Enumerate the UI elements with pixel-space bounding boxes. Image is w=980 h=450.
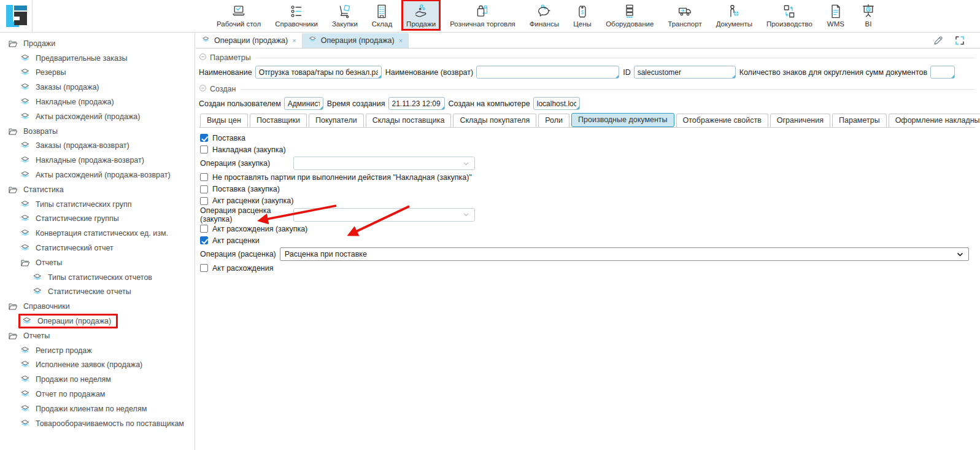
document-tab[interactable]: Операции (продажа)×	[196, 33, 303, 48]
sidebar-folder[interactable]: Возвраты	[0, 124, 195, 139]
fullscreen-icon[interactable]	[954, 35, 965, 48]
toolbar-item-bi[interactable]: BI	[856, 1, 881, 29]
sidebar-item[interactable]: Статистические группы	[0, 212, 195, 227]
toolbar-item-wms[interactable]: WMS	[824, 1, 848, 29]
wms-doc-icon	[827, 3, 845, 20]
document-tab[interactable]: Операция (продажа)×	[303, 33, 409, 48]
app-logo	[6, 5, 27, 27]
sidebar-item[interactable]: Статистические отчеты	[0, 285, 195, 300]
checkbox[interactable]	[200, 197, 208, 205]
subtab-item[interactable]: Поставщики	[250, 114, 307, 127]
subtab-item[interactable]: Виды цен	[200, 114, 248, 127]
checkbox[interactable]	[200, 145, 208, 153]
edit-pencil-icon[interactable]	[933, 35, 944, 48]
sidebar-item[interactable]: Резервы	[0, 66, 195, 80]
sidebar-item[interactable]: Заказы (продажа-возврат)	[0, 139, 195, 153]
checkbox-row: Не проставлять партии при выполнении дей…	[200, 171, 971, 183]
topbar-divider	[32, 0, 33, 33]
subtab-item[interactable]: Склады покупателя	[453, 114, 536, 127]
layers-icon	[20, 141, 31, 150]
sidebar-item[interactable]: Накладные (продажа-возврат)	[0, 153, 195, 168]
created-user-input[interactable]	[284, 97, 323, 110]
toolbar-item-documents[interactable]: Документы	[713, 1, 755, 29]
id-input[interactable]	[634, 66, 736, 79]
production-icon	[780, 3, 798, 20]
sidebar-item[interactable]: Товарооборачиваемость по поставщикам	[0, 416, 195, 431]
toolbar-item-production[interactable]: Производство	[763, 1, 816, 29]
toolbar-item-warehouse[interactable]: Склад	[369, 1, 395, 29]
sidebar-item[interactable]: Регистр продаж	[0, 343, 195, 358]
created-computer-input[interactable]	[533, 97, 580, 110]
sidebar-item[interactable]: Исполнение заявок (продажа)	[0, 358, 195, 373]
toolbar-item-transport[interactable]: Транспорт	[665, 1, 704, 29]
dropdown-select[interactable]	[293, 208, 475, 222]
checkbox-row: Поставка	[200, 132, 971, 144]
sidebar-item[interactable]: Накладные (продажа)	[0, 95, 195, 109]
subtab-item[interactable]: Отображение свойств	[676, 114, 768, 127]
sidebar-folder[interactable]: Справочники	[0, 299, 195, 314]
checkbox[interactable]	[200, 134, 208, 142]
name-input[interactable]	[255, 66, 382, 79]
layers-icon	[20, 170, 31, 180]
chevron-light-icon	[462, 211, 470, 219]
dropdown-value: Расценка при поставке	[285, 250, 367, 258]
created-computer-label: Создан на компьютере	[449, 99, 530, 108]
chevron-dark-icon	[956, 250, 964, 258]
sidebar-folder[interactable]: Продажи	[0, 36, 195, 51]
subtab-item[interactable]: Оформление накладных	[889, 114, 980, 127]
sidebar-item[interactable]: Типы статистических групп	[0, 197, 195, 212]
sidebar-item[interactable]: Продажи клиентам по неделям	[0, 402, 195, 416]
toolbar-item-purchases[interactable]: Закупки	[329, 1, 361, 29]
toolbar-item-prices[interactable]: $Цены	[570, 1, 595, 29]
checkbox[interactable]	[200, 185, 208, 193]
subtab-item[interactable]: Параметры	[832, 114, 887, 127]
toolbar-item-sales[interactable]: Продажи	[403, 1, 439, 29]
checkbox[interactable]	[200, 264, 208, 272]
sidebar-item[interactable]: Конвертация статистических ед. изм.	[0, 226, 195, 241]
checkbox[interactable]	[200, 173, 208, 181]
close-tab-icon[interactable]: ×	[292, 37, 296, 44]
toolbar-item-equipment[interactable]: Оборудование	[603, 1, 657, 29]
sidebar-item[interactable]: Акты расхождений (продажа-возврат)	[0, 168, 195, 182]
collapse-minus-icon[interactable]	[199, 84, 210, 94]
rounding-input[interactable]	[930, 66, 955, 79]
sidebar-item-label: Исполнение заявок (продажа)	[36, 360, 142, 369]
subtab-active[interactable]: Производные документы	[571, 113, 674, 127]
sidebar-tree: ПродажиПредварительные заказыРезервыЗака…	[0, 33, 195, 450]
tab-strip: Операции (продажа)×Операция (продажа)×	[196, 33, 980, 48]
sidebar-item[interactable]: Заказы (продажа)	[0, 80, 195, 95]
sidebar-folder[interactable]: Статистика	[0, 182, 195, 197]
toolbar-item-retail[interactable]: Розничная торговля	[447, 1, 519, 29]
sidebar-item[interactable]: Предварительные заказы	[0, 51, 195, 66]
sidebar-item[interactable]: Акты расхождений (продажа)	[0, 109, 195, 124]
close-tab-icon[interactable]: ×	[399, 37, 403, 44]
dropdown-select[interactable]: Расценка при поставке	[280, 247, 969, 261]
toolbar-item-references[interactable]: Справочники	[272, 1, 321, 29]
sidebar-folder[interactable]: Отчеты	[0, 255, 195, 270]
subtab-item[interactable]: Склады поставщика	[366, 114, 452, 127]
sidebar-item-label: Отчет по продажам	[36, 390, 105, 398]
toolbar-item-desktop[interactable]: Рабочий стол	[214, 1, 264, 29]
checkbox-label: Не проставлять партии при выполнении дей…	[212, 173, 472, 182]
subtab-item[interactable]: Покупатели	[309, 114, 364, 127]
truck-icon	[676, 3, 694, 20]
sidebar-folder[interactable]: Отчеты	[0, 328, 195, 343]
created-time-input[interactable]	[388, 97, 445, 110]
created-fields-row: Создан пользователем Время создания Созд…	[199, 97, 975, 110]
sidebar-item[interactable]: Типы статистических отчетов	[0, 270, 195, 285]
subtab-item[interactable]: Роли	[538, 114, 569, 127]
subtab-item[interactable]: Ограничения	[770, 114, 830, 127]
name-return-input[interactable]	[476, 66, 619, 79]
checkbox[interactable]	[200, 225, 208, 233]
collapse-minus-icon[interactable]	[199, 53, 210, 63]
folder-icon	[20, 258, 31, 268]
sidebar-item[interactable]: Операции (продажа)	[0, 314, 195, 328]
checkbox[interactable]	[200, 236, 208, 244]
layers-icon	[20, 82, 31, 92]
dropdown-select[interactable]	[293, 157, 475, 170]
sidebar-item[interactable]: Продажи по неделям	[0, 372, 195, 387]
toolbar-item-finance[interactable]: Финансы	[527, 1, 562, 29]
sidebar-item[interactable]: Статистический отчет	[0, 241, 195, 255]
checkbox-label: Акт расхождения (закупка)	[212, 225, 307, 233]
sidebar-item[interactable]: Отчет по продажам	[0, 387, 195, 402]
